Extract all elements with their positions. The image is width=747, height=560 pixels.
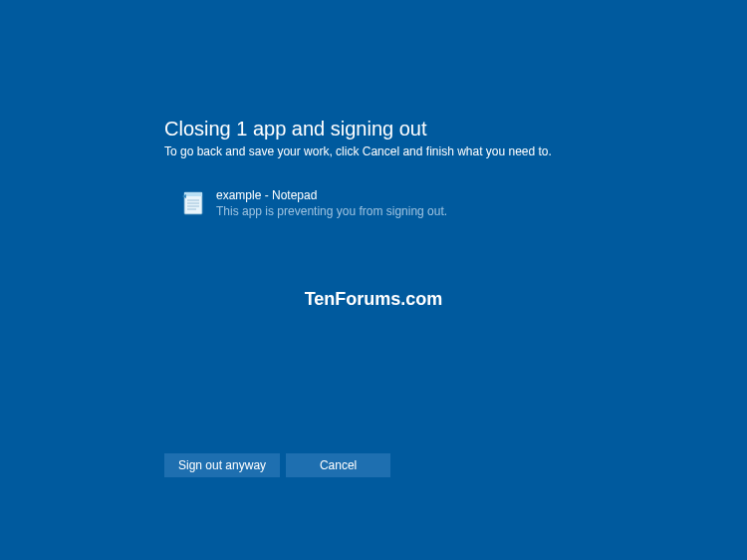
app-name: example - Notepad — [216, 188, 447, 202]
blocking-app-text: example - Notepad This app is preventing… — [216, 188, 447, 218]
dialog-buttons: Sign out anyway Cancel — [164, 453, 390, 477]
blocking-app-row: example - Notepad This app is preventing… — [180, 188, 642, 218]
svg-rect-1 — [184, 192, 202, 196]
dialog-subheading: To go back and save your work, click Can… — [164, 144, 642, 158]
watermark-text: TenForums.com — [305, 289, 443, 310]
dialog-heading: Closing 1 app and signing out — [164, 118, 642, 140]
cancel-button[interactable]: Cancel — [286, 453, 390, 477]
notepad-icon — [180, 190, 206, 216]
sign-out-anyway-button[interactable]: Sign out anyway — [164, 453, 280, 477]
app-message: This app is preventing you from signing … — [216, 204, 447, 218]
signout-dialog: Closing 1 app and signing out To go back… — [164, 118, 642, 218]
